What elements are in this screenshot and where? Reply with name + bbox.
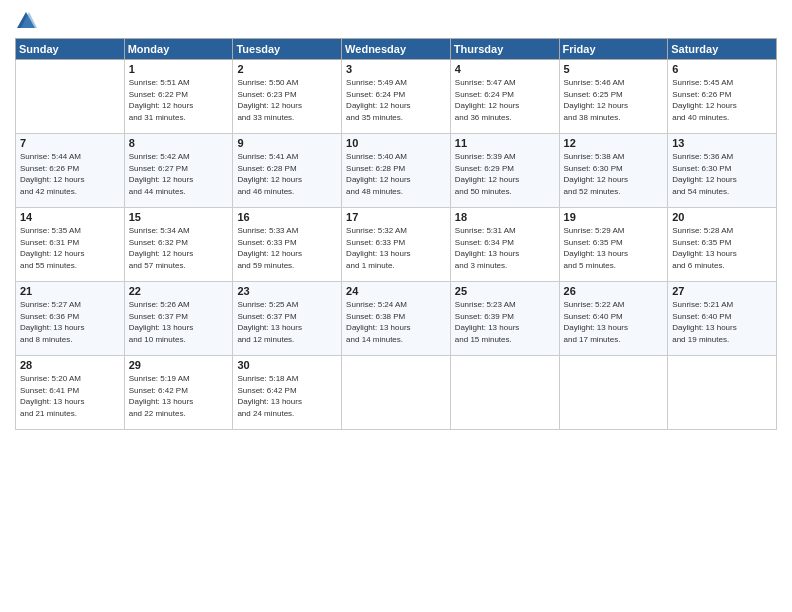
day-cell: 13Sunrise: 5:36 AMSunset: 6:30 PMDayligh…: [668, 134, 777, 208]
day-cell: 9Sunrise: 5:41 AMSunset: 6:28 PMDaylight…: [233, 134, 342, 208]
day-info: Sunrise: 5:20 AMSunset: 6:41 PMDaylight:…: [20, 373, 120, 419]
day-info: Sunrise: 5:22 AMSunset: 6:40 PMDaylight:…: [564, 299, 664, 345]
day-cell: [450, 356, 559, 430]
col-header-thursday: Thursday: [450, 39, 559, 60]
day-cell: 17Sunrise: 5:32 AMSunset: 6:33 PMDayligh…: [342, 208, 451, 282]
day-cell: 19Sunrise: 5:29 AMSunset: 6:35 PMDayligh…: [559, 208, 668, 282]
day-info: Sunrise: 5:24 AMSunset: 6:38 PMDaylight:…: [346, 299, 446, 345]
day-number: 3: [346, 63, 446, 75]
day-info: Sunrise: 5:51 AMSunset: 6:22 PMDaylight:…: [129, 77, 229, 123]
day-cell: 24Sunrise: 5:24 AMSunset: 6:38 PMDayligh…: [342, 282, 451, 356]
day-number: 18: [455, 211, 555, 223]
day-cell: 28Sunrise: 5:20 AMSunset: 6:41 PMDayligh…: [16, 356, 125, 430]
day-cell: 30Sunrise: 5:18 AMSunset: 6:42 PMDayligh…: [233, 356, 342, 430]
day-cell: 18Sunrise: 5:31 AMSunset: 6:34 PMDayligh…: [450, 208, 559, 282]
day-cell: 27Sunrise: 5:21 AMSunset: 6:40 PMDayligh…: [668, 282, 777, 356]
day-info: Sunrise: 5:44 AMSunset: 6:26 PMDaylight:…: [20, 151, 120, 197]
header-row: SundayMondayTuesdayWednesdayThursdayFrid…: [16, 39, 777, 60]
day-number: 20: [672, 211, 772, 223]
day-cell: 6Sunrise: 5:45 AMSunset: 6:26 PMDaylight…: [668, 60, 777, 134]
day-info: Sunrise: 5:35 AMSunset: 6:31 PMDaylight:…: [20, 225, 120, 271]
logo: [15, 10, 41, 32]
week-row-2: 7Sunrise: 5:44 AMSunset: 6:26 PMDaylight…: [16, 134, 777, 208]
day-cell: 2Sunrise: 5:50 AMSunset: 6:23 PMDaylight…: [233, 60, 342, 134]
day-number: 9: [237, 137, 337, 149]
day-info: Sunrise: 5:49 AMSunset: 6:24 PMDaylight:…: [346, 77, 446, 123]
col-header-sunday: Sunday: [16, 39, 125, 60]
day-number: 28: [20, 359, 120, 371]
day-info: Sunrise: 5:33 AMSunset: 6:33 PMDaylight:…: [237, 225, 337, 271]
day-number: 13: [672, 137, 772, 149]
day-cell: 25Sunrise: 5:23 AMSunset: 6:39 PMDayligh…: [450, 282, 559, 356]
day-info: Sunrise: 5:31 AMSunset: 6:34 PMDaylight:…: [455, 225, 555, 271]
day-number: 30: [237, 359, 337, 371]
day-cell: 7Sunrise: 5:44 AMSunset: 6:26 PMDaylight…: [16, 134, 125, 208]
day-cell: 22Sunrise: 5:26 AMSunset: 6:37 PMDayligh…: [124, 282, 233, 356]
day-number: 6: [672, 63, 772, 75]
day-cell: 20Sunrise: 5:28 AMSunset: 6:35 PMDayligh…: [668, 208, 777, 282]
day-cell: 11Sunrise: 5:39 AMSunset: 6:29 PMDayligh…: [450, 134, 559, 208]
day-number: 7: [20, 137, 120, 149]
day-info: Sunrise: 5:38 AMSunset: 6:30 PMDaylight:…: [564, 151, 664, 197]
day-cell: 23Sunrise: 5:25 AMSunset: 6:37 PMDayligh…: [233, 282, 342, 356]
day-info: Sunrise: 5:32 AMSunset: 6:33 PMDaylight:…: [346, 225, 446, 271]
day-info: Sunrise: 5:46 AMSunset: 6:25 PMDaylight:…: [564, 77, 664, 123]
col-header-saturday: Saturday: [668, 39, 777, 60]
day-info: Sunrise: 5:39 AMSunset: 6:29 PMDaylight:…: [455, 151, 555, 197]
day-cell: [16, 60, 125, 134]
day-info: Sunrise: 5:45 AMSunset: 6:26 PMDaylight:…: [672, 77, 772, 123]
day-info: Sunrise: 5:25 AMSunset: 6:37 PMDaylight:…: [237, 299, 337, 345]
day-number: 17: [346, 211, 446, 223]
day-number: 16: [237, 211, 337, 223]
day-info: Sunrise: 5:40 AMSunset: 6:28 PMDaylight:…: [346, 151, 446, 197]
day-info: Sunrise: 5:27 AMSunset: 6:36 PMDaylight:…: [20, 299, 120, 345]
day-info: Sunrise: 5:21 AMSunset: 6:40 PMDaylight:…: [672, 299, 772, 345]
day-number: 8: [129, 137, 229, 149]
day-info: Sunrise: 5:28 AMSunset: 6:35 PMDaylight:…: [672, 225, 772, 271]
day-cell: [668, 356, 777, 430]
day-number: 26: [564, 285, 664, 297]
day-cell: 1Sunrise: 5:51 AMSunset: 6:22 PMDaylight…: [124, 60, 233, 134]
day-cell: 14Sunrise: 5:35 AMSunset: 6:31 PMDayligh…: [16, 208, 125, 282]
day-cell: [559, 356, 668, 430]
day-number: 4: [455, 63, 555, 75]
day-cell: 8Sunrise: 5:42 AMSunset: 6:27 PMDaylight…: [124, 134, 233, 208]
week-row-3: 14Sunrise: 5:35 AMSunset: 6:31 PMDayligh…: [16, 208, 777, 282]
col-header-monday: Monday: [124, 39, 233, 60]
day-info: Sunrise: 5:18 AMSunset: 6:42 PMDaylight:…: [237, 373, 337, 419]
logo-icon: [15, 10, 37, 32]
day-number: 21: [20, 285, 120, 297]
day-number: 15: [129, 211, 229, 223]
day-number: 14: [20, 211, 120, 223]
day-info: Sunrise: 5:29 AMSunset: 6:35 PMDaylight:…: [564, 225, 664, 271]
day-number: 23: [237, 285, 337, 297]
day-info: Sunrise: 5:26 AMSunset: 6:37 PMDaylight:…: [129, 299, 229, 345]
day-cell: 5Sunrise: 5:46 AMSunset: 6:25 PMDaylight…: [559, 60, 668, 134]
day-cell: [342, 356, 451, 430]
day-info: Sunrise: 5:34 AMSunset: 6:32 PMDaylight:…: [129, 225, 229, 271]
day-number: 1: [129, 63, 229, 75]
day-number: 24: [346, 285, 446, 297]
col-header-tuesday: Tuesday: [233, 39, 342, 60]
day-number: 5: [564, 63, 664, 75]
day-info: Sunrise: 5:19 AMSunset: 6:42 PMDaylight:…: [129, 373, 229, 419]
week-row-5: 28Sunrise: 5:20 AMSunset: 6:41 PMDayligh…: [16, 356, 777, 430]
day-number: 27: [672, 285, 772, 297]
day-cell: 3Sunrise: 5:49 AMSunset: 6:24 PMDaylight…: [342, 60, 451, 134]
day-cell: 10Sunrise: 5:40 AMSunset: 6:28 PMDayligh…: [342, 134, 451, 208]
day-info: Sunrise: 5:47 AMSunset: 6:24 PMDaylight:…: [455, 77, 555, 123]
day-number: 19: [564, 211, 664, 223]
day-number: 11: [455, 137, 555, 149]
header: [15, 10, 777, 32]
day-cell: 12Sunrise: 5:38 AMSunset: 6:30 PMDayligh…: [559, 134, 668, 208]
day-info: Sunrise: 5:41 AMSunset: 6:28 PMDaylight:…: [237, 151, 337, 197]
page: SundayMondayTuesdayWednesdayThursdayFrid…: [0, 0, 792, 612]
day-number: 22: [129, 285, 229, 297]
week-row-4: 21Sunrise: 5:27 AMSunset: 6:36 PMDayligh…: [16, 282, 777, 356]
day-number: 25: [455, 285, 555, 297]
col-header-friday: Friday: [559, 39, 668, 60]
day-cell: 21Sunrise: 5:27 AMSunset: 6:36 PMDayligh…: [16, 282, 125, 356]
day-number: 2: [237, 63, 337, 75]
day-cell: 29Sunrise: 5:19 AMSunset: 6:42 PMDayligh…: [124, 356, 233, 430]
week-row-1: 1Sunrise: 5:51 AMSunset: 6:22 PMDaylight…: [16, 60, 777, 134]
